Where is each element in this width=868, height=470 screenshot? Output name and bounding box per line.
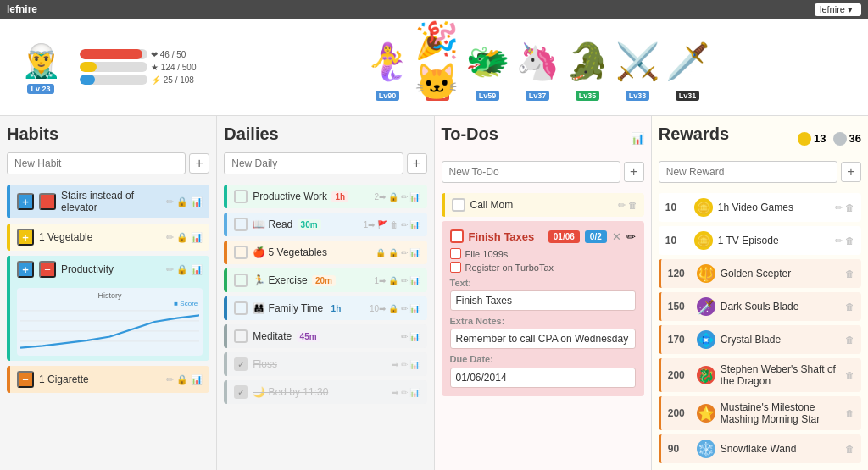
todo-due-label: Due Date: xyxy=(450,354,636,364)
add-daily-button[interactable]: + xyxy=(407,153,427,174)
daily-timer-2: 30m xyxy=(298,219,321,230)
reward-golden-scepter: 120 🔱 Golden Scepter 🗑 xyxy=(659,259,861,288)
reward-label-2: 1 TV Episode xyxy=(718,235,830,246)
reward-label-8: Snowflake Wand xyxy=(721,443,840,455)
party-member-1: 🧜‍♀️ Lv90 xyxy=(364,34,411,101)
user-dropdown-button[interactable]: lefnire ▾ xyxy=(815,3,861,16)
reward-label-1: 1h Video Games xyxy=(718,202,830,213)
daily-label-1: Productive Work 1h xyxy=(253,191,369,202)
add-todo-button[interactable]: + xyxy=(624,162,644,182)
chart-legend: ■ Score xyxy=(174,300,198,307)
silver-icon xyxy=(833,132,847,146)
user-dropdown-label: lefnire ▾ xyxy=(820,4,853,15)
daily-label-7: Floss xyxy=(253,358,387,370)
todos-title: To-Dos xyxy=(442,124,498,144)
xp-label: ★ 124 / 500 xyxy=(151,63,202,72)
daily-label-4: 🏃 Exercise 20m xyxy=(253,274,369,286)
char-sprite-2: 🎉🐱 xyxy=(415,34,461,89)
daily-meditate: Meditate 45m ✏ 📊 xyxy=(224,324,426,348)
habit-productivity-minus[interactable]: − xyxy=(39,261,56,278)
new-todo-input[interactable] xyxy=(442,161,620,183)
new-habit-input[interactable] xyxy=(7,152,186,174)
daily-exercise: 🏃 Exercise 20m 1➡ 🔒 ✏ 📊 xyxy=(224,268,426,292)
todo-notes-value[interactable]: Remember to call CPA on Wednesday xyxy=(450,329,636,349)
new-daily-input[interactable] xyxy=(224,152,403,174)
new-reward-input[interactable] xyxy=(659,161,837,183)
rewards-column: Rewards 13 36 + 10 🪙 1h Video Games ✏ 🗑 xyxy=(652,116,868,470)
habit-stairs-minus[interactable]: − xyxy=(39,193,56,210)
todo-edit-icon[interactable]: ✏ xyxy=(626,230,636,243)
add-habit-button[interactable]: + xyxy=(189,153,209,174)
subtask-checkbox-1[interactable] xyxy=(450,248,461,259)
hp-label: ❤ 46 / 50 xyxy=(151,50,202,59)
todos-title-row: To-Dos 📊 xyxy=(442,124,644,152)
todo-icons-1: ✏ 🗑 xyxy=(618,200,637,211)
mp-bar xyxy=(80,75,95,85)
daily-checkbox-4[interactable] xyxy=(234,274,248,287)
todo-due-value[interactable]: 01/06/2014 xyxy=(450,368,636,388)
todo-text-value[interactable]: Finish Taxes xyxy=(450,290,636,311)
reward-cost-5: 170 xyxy=(668,334,692,346)
habit-vegetable-plus[interactable]: + xyxy=(17,229,34,246)
todo-close-button[interactable]: ✕ xyxy=(612,230,621,243)
reward-label-7: Mustaine's Milestone Mashing Morning Sta… xyxy=(721,401,840,425)
reward-tv-episode: 10 🪙 1 TV Episode ✏ 🗑 xyxy=(659,226,861,255)
habits-input-row: + xyxy=(7,152,209,174)
reward-icon-6: 🐉 xyxy=(697,366,715,384)
char-sprite-6: ⚔️ xyxy=(615,34,661,89)
subtask-label-1: File 1099s xyxy=(465,249,509,259)
reward-cost-6: 200 xyxy=(668,369,692,381)
daily-checkbox-8[interactable]: ✓ xyxy=(234,385,248,399)
todo-checkbox-2[interactable] xyxy=(450,229,464,243)
todo-notes-label: Extra Notes: xyxy=(450,316,636,326)
habit-stairs-plus[interactable]: + xyxy=(17,193,34,210)
todo-checkbox-1[interactable] xyxy=(452,198,465,212)
reward-icon-8: ❄️ xyxy=(697,440,715,458)
reward-cost-4: 150 xyxy=(668,301,692,312)
daily-icons-3: 🔒 🔒 ✏ 📊 xyxy=(376,248,420,257)
habit-cigarette-icons: ✏ 🔒 📊 xyxy=(166,374,203,385)
todo-call-mom: Call Mom ✏ 🗑 xyxy=(442,193,644,217)
daily-timer-5: 1h xyxy=(328,303,345,314)
todo-tag-progress: 0/2 xyxy=(585,230,607,243)
todo-subtask-turbotax: Register on TurboTax xyxy=(450,262,636,273)
party-level-6: Lv33 xyxy=(626,91,650,101)
party-characters: 🧜‍♀️ Lv90 🎉🐱 Lv69 🐲 Lv59 🦄 Lv37 🐊 Lv35 ⚔… xyxy=(214,34,861,101)
bar-chart-icon[interactable]: 📊 xyxy=(631,132,644,145)
add-reward-button[interactable]: + xyxy=(841,162,861,182)
daily-checkbox-1[interactable] xyxy=(234,190,248,203)
reward-icon-3: 🔱 xyxy=(697,264,715,283)
party-member-7: 🗡️ Lv31 xyxy=(665,34,711,101)
reward-icons-8: 🗑 xyxy=(845,444,854,454)
xp-row: ★ 124 / 500 xyxy=(80,62,202,72)
reward-icons-1: ✏ 🗑 xyxy=(835,202,854,213)
hp-bar xyxy=(80,49,142,59)
habits-title: Habits xyxy=(7,124,209,144)
habit-vegetable-icons: ✏ 🔒 📊 xyxy=(166,232,203,243)
daily-label-3: 🍎 5 Vegetables xyxy=(253,246,370,258)
todos-column: To-Dos 📊 + Call Mom ✏ 🗑 Finish Taxes 01/… xyxy=(435,116,652,470)
habit-cigarette-minus[interactable]: − xyxy=(17,371,34,388)
rewards-title: Rewards xyxy=(659,124,729,144)
reward-icon-2: 🪙 xyxy=(694,231,713,250)
daily-label-8: 🌙 Bed by 11:30 xyxy=(253,386,387,398)
daily-checkbox-2[interactable] xyxy=(234,218,248,231)
reward-cost-1: 10 xyxy=(665,202,689,213)
daily-timer-1: 1h xyxy=(331,191,348,202)
todos-input-row: + xyxy=(442,161,644,183)
habit-productivity: + − Productivity ✏ 🔒 📊 History ■ Score xyxy=(7,256,209,361)
habit-productivity-plus[interactable]: + xyxy=(17,261,34,278)
silver-amount: 36 xyxy=(849,132,861,145)
reward-icons-4: 🗑 xyxy=(845,301,854,312)
subtask-checkbox-2[interactable] xyxy=(450,262,461,273)
party-level-1: Lv90 xyxy=(376,91,400,101)
todo-label-1: Call Mom xyxy=(470,199,613,211)
daily-checkbox-3[interactable] xyxy=(234,246,248,259)
party-member-3: 🐲 Lv59 xyxy=(465,34,511,101)
mp-bar-container xyxy=(80,75,147,85)
daily-checkbox-5[interactable] xyxy=(234,301,248,315)
habit-cigarette-label: 1 Cigarette xyxy=(39,373,161,385)
daily-checkbox-6[interactable] xyxy=(234,329,248,343)
daily-checkbox-7[interactable]: ✓ xyxy=(234,357,248,371)
daily-floss: ✓ Floss ➡ ✏ 📊 xyxy=(224,352,426,376)
